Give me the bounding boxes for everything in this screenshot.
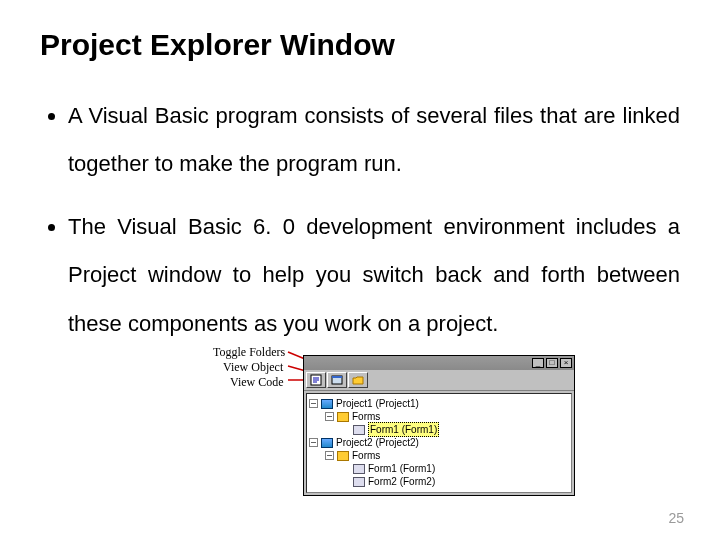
project-icon <box>321 438 333 448</box>
tree-label: Project2 (Project2) <box>336 436 419 449</box>
page-number: 25 <box>668 510 684 526</box>
tree-spacer <box>341 464 350 473</box>
toggle-folders-icon <box>352 374 364 386</box>
tree-spacer <box>341 477 350 486</box>
tree-form-node[interactable]: Form1 (Form1) <box>309 462 569 475</box>
folder-icon <box>337 412 349 422</box>
view-code-icon <box>310 374 322 386</box>
bullet-list: A Visual Basic program consists of sever… <box>40 92 680 348</box>
form-icon <box>353 425 365 435</box>
form-icon <box>353 464 365 474</box>
tree-spacer <box>341 425 350 434</box>
close-button[interactable]: × <box>560 358 572 368</box>
view-object-button[interactable] <box>327 372 347 388</box>
expand-toggle[interactable]: – <box>325 451 334 460</box>
tree-label: Form1 (Form1) <box>368 462 435 475</box>
tree-view[interactable]: – Project1 (Project1) – Forms Form1 (For… <box>306 393 572 493</box>
toolbar <box>304 370 574 391</box>
minimize-button[interactable]: _ <box>532 358 544 368</box>
tree-label: Forms <box>352 449 380 462</box>
titlebar: _ □ × <box>304 356 574 370</box>
tree-label: Form2 (Form2) <box>368 475 435 488</box>
expand-toggle[interactable]: – <box>325 412 334 421</box>
tree-project-node[interactable]: – Project1 (Project1) <box>309 397 569 410</box>
tree-label-selected: Form1 (Form1) <box>368 422 439 437</box>
slide: Project Explorer Window A Visual Basic p… <box>0 0 720 540</box>
toggle-folders-button[interactable] <box>348 372 368 388</box>
expand-toggle[interactable]: – <box>309 399 318 408</box>
svg-rect-8 <box>332 376 342 378</box>
view-object-icon <box>331 374 343 386</box>
project-icon <box>321 399 333 409</box>
bullet-item: A Visual Basic program consists of sever… <box>68 92 680 189</box>
view-code-button[interactable] <box>306 372 326 388</box>
maximize-button[interactable]: □ <box>546 358 558 368</box>
bullet-item: The Visual Basic 6. 0 development enviro… <box>68 203 680 348</box>
project-explorer-figure: Toggle Folders View Object View Code _ □… <box>288 340 584 520</box>
label-view-object: View Object <box>223 360 283 375</box>
tree-folder-node[interactable]: – Forms <box>309 449 569 462</box>
tree-form-node[interactable]: Form1 (Form1) <box>309 423 569 436</box>
expand-toggle[interactable]: – <box>309 438 318 447</box>
form-icon <box>353 477 365 487</box>
tree-project-node[interactable]: – Project2 (Project2) <box>309 436 569 449</box>
tree-form-node[interactable]: Form2 (Form2) <box>309 475 569 488</box>
label-toggle-folders: Toggle Folders <box>213 345 285 360</box>
slide-title: Project Explorer Window <box>40 28 680 62</box>
folder-icon <box>337 451 349 461</box>
label-view-code: View Code <box>230 375 284 390</box>
project-explorer-window: _ □ × – Project1 (Project1) <box>303 355 575 496</box>
tree-label: Project1 (Project1) <box>336 397 419 410</box>
